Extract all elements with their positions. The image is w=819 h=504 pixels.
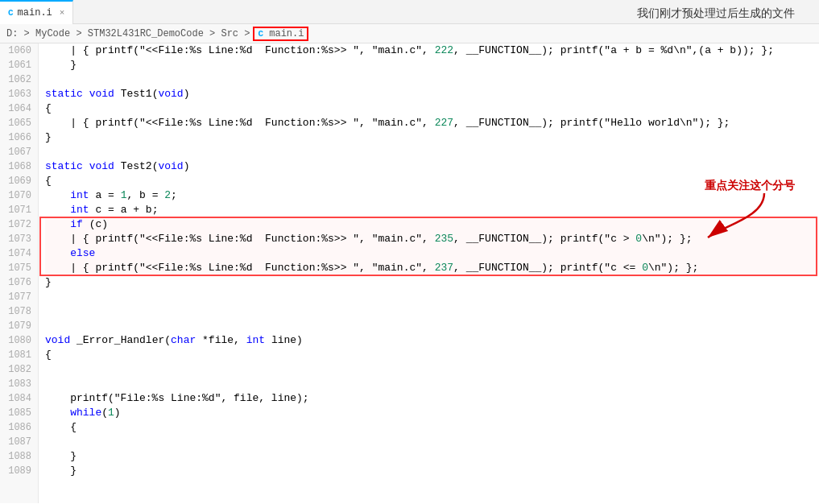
line-number: 1088 xyxy=(3,449,31,464)
code-line: } xyxy=(45,449,819,464)
code-text: { xyxy=(45,348,52,362)
line-number: 1073 xyxy=(3,232,31,246)
code-text: { xyxy=(45,420,77,435)
tab-label: main.i xyxy=(18,7,52,19)
code-text: else xyxy=(45,246,95,261)
line-number: 1085 xyxy=(3,406,31,420)
code-text: static void Test1(void) xyxy=(45,87,189,101)
tab-close-button[interactable]: × xyxy=(60,8,65,18)
code-text: } xyxy=(45,58,77,72)
code-line: { xyxy=(45,348,819,362)
line-number: 1087 xyxy=(3,435,31,449)
code-line xyxy=(45,377,819,391)
code-text: int c = a + b; xyxy=(45,203,158,217)
code-line: } xyxy=(45,130,819,145)
code-line xyxy=(45,290,819,304)
code-content[interactable]: | { printf("<<File:%s Line:%d Function:%… xyxy=(39,43,819,503)
code-text: static void Test2(void) xyxy=(45,159,189,174)
line-number: 1067 xyxy=(3,145,31,159)
code-text: while(1) xyxy=(45,406,121,420)
code-line: } xyxy=(45,58,819,72)
code-line: { xyxy=(45,101,819,116)
code-text: } xyxy=(45,130,52,145)
code-line: static void Test1(void) xyxy=(45,87,819,101)
line-number: 1066 xyxy=(3,130,31,145)
line-number: 1061 xyxy=(3,58,31,72)
line-number: 1074 xyxy=(3,246,31,261)
code-line: printf("File:%s Line:%d", file, line); xyxy=(45,391,819,406)
line-number: 1064 xyxy=(3,101,31,116)
code-line: { xyxy=(45,174,819,188)
line-number: 1086 xyxy=(3,420,31,435)
line-number: 1063 xyxy=(3,87,31,101)
line-number: 1080 xyxy=(3,333,31,348)
line-number: 1084 xyxy=(3,391,31,406)
code-line: void _Error_Handler(char *file, int line… xyxy=(45,333,819,348)
code-line: while(1) xyxy=(45,406,819,420)
line-number: 1078 xyxy=(3,304,31,319)
code-line: else xyxy=(45,246,819,261)
code-text: | { printf("<<File:%s Line:%d Function:%… xyxy=(45,116,730,130)
breadcrumb-file-icon: C xyxy=(258,29,263,39)
code-line: static void Test2(void) xyxy=(45,159,819,174)
code-text: void _Error_Handler(char *file, int line… xyxy=(45,333,303,348)
code-line: { xyxy=(45,420,819,435)
line-number: 1068 xyxy=(3,159,31,174)
breadcrumb-file-label: main.i xyxy=(269,28,304,39)
code-text: | { printf("<<File:%s Line:%d Function:%… xyxy=(45,43,774,58)
code-text: { xyxy=(45,174,52,188)
line-number: 1070 xyxy=(3,188,31,203)
line-number: 1083 xyxy=(3,377,31,391)
line-number: 1071 xyxy=(3,203,31,217)
code-line: } xyxy=(45,464,819,478)
line-number: 1077 xyxy=(3,290,31,304)
code-line: | { printf("<<File:%s Line:%d Function:%… xyxy=(45,116,819,130)
code-text: { xyxy=(45,101,52,116)
code-text: } xyxy=(45,464,77,478)
line-number: 1060 xyxy=(3,43,31,58)
code-line xyxy=(45,362,819,377)
code-text: | { printf("<<File:%s Line:%d Function:%… xyxy=(45,261,698,275)
code-text: int a = 1, b = 2; xyxy=(45,188,177,203)
code-text: } xyxy=(45,275,52,290)
line-number: 1069 xyxy=(3,174,31,188)
code-line: | { printf("<<File:%s Line:%d Function:%… xyxy=(45,232,819,246)
code-line xyxy=(45,435,819,449)
code-text: printf("File:%s Line:%d", file, line); xyxy=(45,391,309,406)
line-number: 1079 xyxy=(3,319,31,333)
code-editor[interactable]: 1060106110621063106410651066106710681069… xyxy=(0,43,819,503)
line-number: 1072 xyxy=(3,217,31,232)
code-line xyxy=(45,145,819,159)
code-line: | { printf("<<File:%s Line:%d Function:%… xyxy=(45,43,819,58)
code-line xyxy=(45,319,819,333)
tab-main-i[interactable]: C main.i × xyxy=(0,0,73,24)
code-line: } xyxy=(45,275,819,290)
code-text: | { printf("<<File:%s Line:%d Function:%… xyxy=(45,232,693,246)
code-line: int a = 1, b = 2; xyxy=(45,188,819,203)
code-line: | { printf("<<File:%s Line:%d Function:%… xyxy=(45,261,819,275)
code-text: if (c) xyxy=(45,217,108,232)
line-numbers: 1060106110621063106410651066106710681069… xyxy=(0,43,39,503)
code-line: int c = a + b; xyxy=(45,203,819,217)
breadcrumb-path: D: > MyCode > STM32L431RC_DemoCode > Src… xyxy=(6,28,250,39)
tab-c-icon: C xyxy=(8,8,14,18)
line-number: 1075 xyxy=(3,261,31,275)
code-line: if (c) xyxy=(45,217,819,232)
code-text: } xyxy=(45,449,77,464)
line-number: 1089 xyxy=(3,464,31,478)
code-line xyxy=(45,304,819,319)
top-annotation: 我们刚才预处理过后生成的文件 xyxy=(637,6,795,21)
line-number: 1065 xyxy=(3,116,31,130)
line-number: 1076 xyxy=(3,275,31,290)
line-number: 1082 xyxy=(3,362,31,377)
breadcrumb: D: > MyCode > STM32L431RC_DemoCode > Src… xyxy=(0,24,819,43)
app-window: 我们刚才预处理过后生成的文件 C main.i × D: > MyCode > … xyxy=(0,0,819,504)
breadcrumb-file-highlight: C main.i xyxy=(253,27,308,41)
code-line xyxy=(45,72,819,87)
right-annotation: 重点关注这个分号 xyxy=(705,179,795,193)
line-number: 1081 xyxy=(3,348,31,362)
line-number: 1062 xyxy=(3,72,31,87)
